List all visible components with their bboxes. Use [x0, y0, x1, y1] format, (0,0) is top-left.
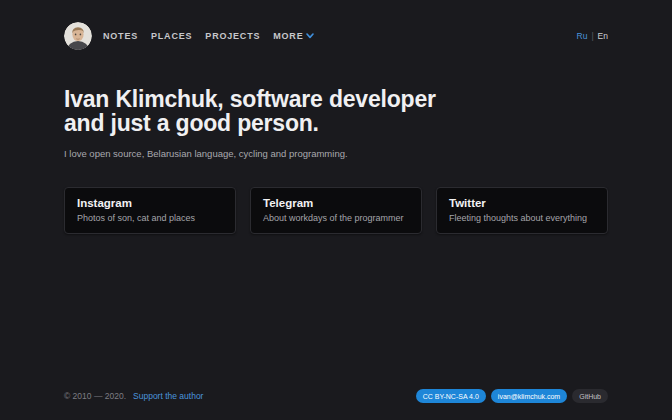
page-title-line-1: Ivan Klimchuk, software developer — [64, 88, 608, 112]
license-badge[interactable]: CC BY-NC-SA 4.0 — [416, 389, 486, 403]
lang-separator: | — [591, 31, 593, 41]
footer: © 2010 — 2020. Support the author CC BY-… — [64, 389, 608, 403]
hero-subtitle: I love open source, Belarusian language,… — [64, 148, 608, 159]
nav-item-projects[interactable]: Projects — [205, 31, 260, 41]
card-instagram-title: Instagram — [77, 197, 223, 209]
avatar[interactable] — [64, 22, 92, 50]
support-author-link[interactable]: Support the author — [133, 391, 203, 401]
email-badge[interactable]: ivan@klimchuk.com — [491, 389, 567, 403]
card-telegram-title: Telegram — [263, 197, 409, 209]
main-nav: Notes Places Projects More — [103, 31, 314, 41]
page-title: Ivan Klimchuk, software developer and ju… — [64, 88, 608, 135]
card-twitter-description: Fleeting thoughts about everything — [449, 213, 595, 223]
nav-item-notes[interactable]: Notes — [103, 31, 138, 41]
card-instagram-description: Photos of son, cat and places — [77, 213, 223, 223]
page-title-line-2: and just a good person. — [64, 112, 608, 136]
nav-item-more[interactable]: More — [273, 31, 314, 41]
avatar-photo — [64, 22, 92, 50]
github-badge[interactable]: GitHub — [572, 389, 608, 403]
language-switcher: Ru | En — [577, 31, 609, 41]
card-telegram[interactable]: Telegram About workdays of the programme… — [250, 187, 422, 234]
card-twitter-title: Twitter — [449, 197, 595, 209]
social-cards: Instagram Photos of son, cat and places … — [64, 187, 608, 234]
header: Notes Places Projects More Ru | En — [64, 22, 608, 50]
card-twitter[interactable]: Twitter Fleeting thoughts about everythi… — [436, 187, 608, 234]
nav-item-places[interactable]: Places — [151, 31, 192, 41]
footer-badges: CC BY-NC-SA 4.0 ivan@klimchuk.com GitHub — [416, 389, 608, 403]
lang-ru-link[interactable]: Ru — [577, 31, 588, 41]
nav-item-more-label: More — [273, 31, 303, 41]
copyright-text: © 2010 — 2020. — [64, 391, 126, 401]
chevron-down-icon — [306, 33, 314, 39]
lang-en-current[interactable]: En — [598, 31, 608, 41]
card-telegram-description: About workdays of the programmer — [263, 213, 409, 223]
card-instagram[interactable]: Instagram Photos of son, cat and places — [64, 187, 236, 234]
page: Notes Places Projects More Ru | En Ivan … — [0, 0, 672, 420]
footer-left: © 2010 — 2020. Support the author — [64, 391, 203, 401]
